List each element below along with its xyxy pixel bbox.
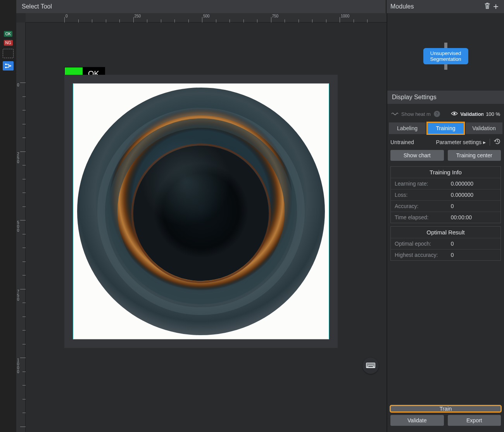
optimal-epoch-key: Optimal epoch: [395,241,451,247]
parameter-settings-link[interactable]: Parameter settings ▸ [436,139,486,145]
delete-module-icon[interactable] [483,2,492,11]
left-toolbar: OK NG [0,0,16,432]
display-settings-header: Display Settings [387,91,504,104]
training-info-panel: Training Info Learning rate:0.000000 Los… [390,166,501,223]
svg-rect-11 [368,363,369,364]
optimal-result-panel: Optimal Result Optimal epoch:0 Highest a… [390,226,501,261]
svg-point-8 [77,88,325,335]
parameter-settings-label: Parameter settings [436,139,482,145]
help-icon[interactable]: ? [434,111,440,117]
module-node-unsupervised-segmentation[interactable]: Unsupervised Segmentation [423,48,468,64]
training-info-title: Training Info [391,167,501,178]
svg-rect-14 [371,363,372,364]
ruler-vertical: 02505007501000 [16,22,26,432]
svg-rect-21 [371,365,372,365]
eye-icon[interactable] [451,111,458,117]
add-module-icon[interactable]: + [492,1,500,12]
learning-rate-value: 0.000000 [451,181,473,187]
highest-accuracy-value: 0 [451,252,454,258]
show-chart-button[interactable]: Show chart [390,150,444,161]
modules-header: Modules [390,3,483,10]
validation-percent: 100 % [486,111,500,117]
loss-key: Loss: [395,192,451,198]
canvas-area[interactable]: 02505007501000 02505007501000 OK [16,13,387,432]
svg-point-1 [5,67,7,68]
modules-canvas[interactable]: Unsupervised Segmentation [387,13,504,91]
optimal-result-title: Optimal Result [391,227,501,238]
flow-play-icon[interactable] [3,61,14,71]
svg-rect-19 [369,365,370,365]
learning-rate-key: Learning rate: [395,181,451,187]
optimal-epoch-value: 0 [451,241,454,247]
svg-rect-15 [373,363,373,364]
heatmap-toggle-label[interactable]: Show heat m [401,111,431,117]
node-port-top[interactable] [444,43,447,48]
training-center-button[interactable]: Training center [448,150,501,161]
tab-training[interactable]: Training [427,122,464,134]
svg-rect-25 [368,366,373,367]
training-status: Untrained [390,139,414,145]
time-elapsed-value: 00:00:00 [451,214,472,220]
ok-tag[interactable]: OK [4,31,12,37]
ng-tag[interactable]: NG [4,40,13,46]
svg-rect-16 [374,363,375,364]
svg-rect-22 [373,365,373,365]
svg-rect-12 [369,363,370,364]
right-panel: Unsupervised Segmentation Display Settin… [387,13,504,432]
chevron-right-icon: ▸ [483,139,486,145]
accuracy-key: Accuracy: [395,203,451,209]
svg-rect-13 [370,363,371,364]
select-tool-header: Select Tool [16,0,387,13]
sample-image [73,84,329,339]
keyboard-fab-icon[interactable] [362,358,379,374]
loss-value: 0.000000 [451,192,473,198]
history-icon[interactable] [494,138,501,146]
svg-rect-18 [368,365,369,365]
svg-point-0 [5,64,7,65]
tab-labeling[interactable]: Labeling [389,122,426,134]
tab-validation[interactable]: Validation [466,122,502,134]
ruler-horizontal: 02505007501000 [26,13,387,22]
svg-rect-17 [367,365,368,365]
heatmap-wave-icon [391,111,398,117]
marquee-select-icon[interactable] [3,49,14,58]
validation-label: Validation [460,111,483,117]
image-preview[interactable] [73,83,329,339]
image-frame[interactable] [64,75,338,348]
svg-rect-23 [374,365,375,365]
train-button[interactable]: Train [390,406,501,412]
svg-rect-24 [367,366,368,367]
svg-rect-20 [370,365,371,365]
accuracy-value: 0 [451,203,454,209]
node-label-line1: Unsupervised [430,50,461,56]
export-button[interactable]: Export [448,415,501,426]
canvas-stage[interactable]: OK [26,22,387,432]
validate-button[interactable]: Validate [390,415,444,426]
node-label-line2: Segmentation [430,56,461,62]
svg-point-27 [454,112,456,114]
time-elapsed-key: Time elapsed: [395,214,451,220]
node-port-bottom[interactable] [444,64,447,70]
svg-rect-10 [367,363,368,364]
highest-accuracy-key: Highest accuracy: [395,252,451,258]
svg-rect-26 [374,366,375,367]
